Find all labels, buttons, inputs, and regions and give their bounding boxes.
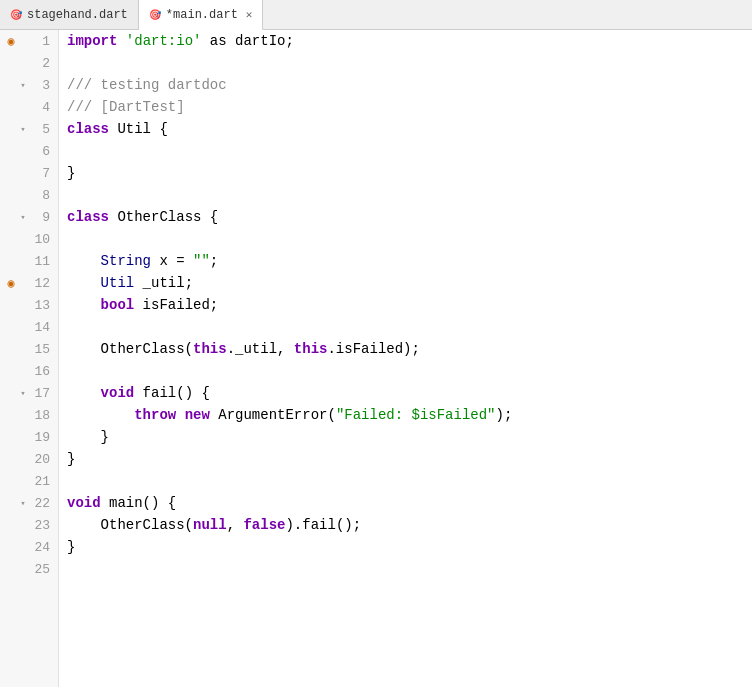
fold-icon-9[interactable]: ▾ <box>18 212 28 222</box>
code-line-13: bool isFailed; <box>67 294 752 316</box>
token: OtherClass { <box>109 206 218 228</box>
fold-icon-18 <box>18 410 28 420</box>
token: "Failed: $isFailed" <box>336 404 496 426</box>
gutter-row-15: 15 <box>4 338 50 360</box>
fold-icon-6 <box>18 146 28 156</box>
line-num-5: 5 <box>30 122 50 137</box>
dart-icon-main: 🎯 <box>149 9 161 21</box>
tab-main-close[interactable]: ✕ <box>246 8 253 21</box>
fold-icon-5[interactable]: ▾ <box>18 124 28 134</box>
code-line-7: } <box>67 162 752 184</box>
gutter-row-9: ▾9 <box>4 206 50 228</box>
token: ).fail(); <box>285 514 361 536</box>
code-content[interactable]: import 'dart:io' as dartIo; /// testing … <box>59 30 752 687</box>
gutter-row-8: 8 <box>4 184 50 206</box>
gutter-row-25: 25 <box>4 558 50 580</box>
fold-icon-17[interactable]: ▾ <box>18 388 28 398</box>
code-line-6 <box>67 140 752 162</box>
line-num-18: 18 <box>30 408 50 423</box>
token <box>67 404 134 426</box>
fold-icon-15 <box>18 344 28 354</box>
gutter-row-20: 20 <box>4 448 50 470</box>
token: 'dart:io' <box>126 30 202 52</box>
token: void <box>101 382 135 404</box>
line-num-2: 2 <box>30 56 50 71</box>
gutter-row-14: 14 <box>4 316 50 338</box>
token: bool <box>101 294 135 316</box>
gutter-row-12: ◉12 <box>4 272 50 294</box>
token: OtherClass( <box>101 514 193 536</box>
token <box>117 30 125 52</box>
tab-main-label: *main.dart <box>166 8 238 22</box>
token: x = <box>151 250 193 272</box>
tab-main[interactable]: 🎯 *main.dart ✕ <box>139 0 264 30</box>
fold-icon-24 <box>18 542 28 552</box>
code-line-16 <box>67 360 752 382</box>
fold-icon-1 <box>18 36 28 46</box>
gutter-row-6: 6 <box>4 140 50 162</box>
fold-icon-21 <box>18 476 28 486</box>
code-line-21 <box>67 470 752 492</box>
code-line-2 <box>67 52 752 74</box>
fold-icon-3[interactable]: ▾ <box>18 80 28 90</box>
gutter-row-16: 16 <box>4 360 50 382</box>
token <box>176 404 184 426</box>
token: } <box>67 162 75 184</box>
tab-stagehand[interactable]: 🎯 stagehand.dart <box>0 0 139 29</box>
token <box>67 514 101 536</box>
token: } <box>67 426 109 448</box>
token: null <box>193 514 227 536</box>
fold-icon-23 <box>18 520 28 530</box>
line-num-19: 19 <box>30 430 50 445</box>
line-num-14: 14 <box>30 320 50 335</box>
token: , <box>227 514 244 536</box>
token: as dartIo; <box>201 30 293 52</box>
code-line-23: OtherClass(null, false).fail(); <box>67 514 752 536</box>
token: /// testing dartdoc <box>67 74 227 96</box>
fold-icon-8 <box>18 190 28 200</box>
fold-icon-7 <box>18 168 28 178</box>
token: class <box>67 118 109 140</box>
token <box>67 250 101 272</box>
code-line-10 <box>67 228 752 250</box>
code-line-9: class OtherClass { <box>67 206 752 228</box>
gutter-row-11: 11 <box>4 250 50 272</box>
line-marker-12[interactable]: ◉ <box>4 276 18 291</box>
gutter-row-23: 23 <box>4 514 50 536</box>
fold-icon-20 <box>18 454 28 464</box>
line-marker-1[interactable]: ◉ <box>4 34 18 49</box>
code-line-24: } <box>67 536 752 558</box>
gutter-row-4: 4 <box>4 96 50 118</box>
fold-icon-22[interactable]: ▾ <box>18 498 28 508</box>
gutter-row-17: ▾17 <box>4 382 50 404</box>
token: main() { <box>101 492 177 514</box>
code-line-1: import 'dart:io' as dartIo; <box>67 30 752 52</box>
code-line-4: /// [DartTest] <box>67 96 752 118</box>
dart-icon-stagehand: 🎯 <box>10 9 22 21</box>
code-line-20: } <box>67 448 752 470</box>
code-line-17: void fail() { <box>67 382 752 404</box>
token: /// [DartTest] <box>67 96 185 118</box>
line-num-10: 10 <box>30 232 50 247</box>
line-num-25: 25 <box>30 562 50 577</box>
line-num-23: 23 <box>30 518 50 533</box>
line-num-24: 24 <box>30 540 50 555</box>
token: } <box>67 448 75 470</box>
token: throw <box>134 404 176 426</box>
code-line-25 <box>67 558 752 580</box>
token: ; <box>210 250 218 272</box>
code-line-5: class Util { <box>67 118 752 140</box>
token: String <box>101 250 151 272</box>
line-num-8: 8 <box>30 188 50 203</box>
gutter-row-18: 18 <box>4 404 50 426</box>
gutter-row-19: 19 <box>4 426 50 448</box>
line-gutter: ◉12▾34▾5678▾91011◉1213141516▾1718192021▾… <box>0 30 59 687</box>
code-line-12: Util _util; <box>67 272 752 294</box>
token: void <box>67 492 101 514</box>
line-num-4: 4 <box>30 100 50 115</box>
line-num-12: 12 <box>30 276 50 291</box>
token: class <box>67 206 109 228</box>
line-num-6: 6 <box>30 144 50 159</box>
gutter-row-3: ▾3 <box>4 74 50 96</box>
line-num-16: 16 <box>30 364 50 379</box>
